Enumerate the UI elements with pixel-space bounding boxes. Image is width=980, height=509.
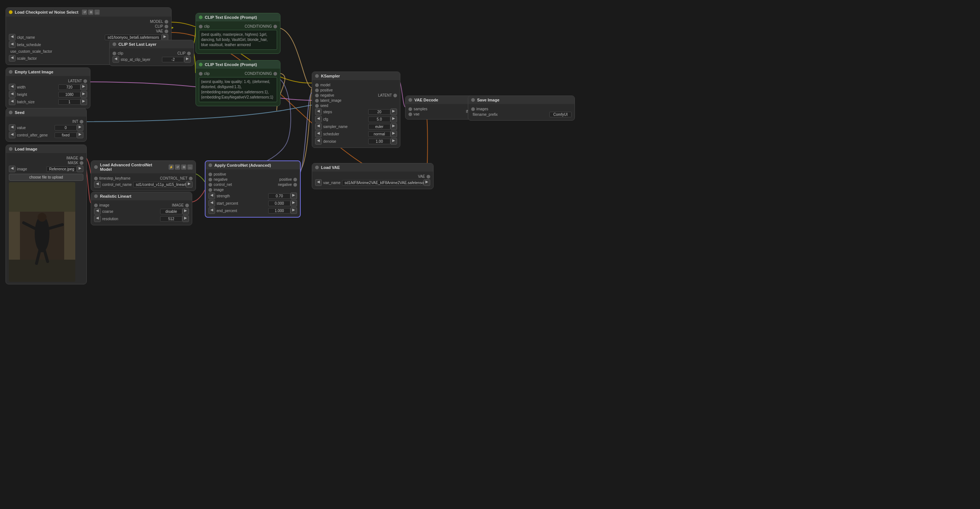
conditioning-neg-out-port[interactable] <box>274 72 277 76</box>
controlnet-icon-3[interactable]: ⚙ <box>181 164 186 170</box>
controlnet-icon-1[interactable]: ⚡ <box>169 164 174 170</box>
sampler-value[interactable]: euler <box>368 124 390 129</box>
start-right-btn[interactable]: ▶ <box>290 200 297 207</box>
width-right-btn[interactable]: ▶ <box>80 84 87 91</box>
images-in-port[interactable] <box>471 107 475 111</box>
cfg-left-btn[interactable]: ◀ <box>315 116 322 122</box>
mask-out-port[interactable] <box>80 161 83 165</box>
control-right-btn[interactable]: ▶ <box>77 132 83 138</box>
cn-name-right-btn[interactable]: ▶ <box>186 181 192 188</box>
negative-prompt-text[interactable]: (worst quality, low quality: 1.4), (defo… <box>199 77 277 102</box>
samples-in-port[interactable] <box>409 107 412 111</box>
control-value[interactable]: fixed <box>55 132 77 138</box>
model-output-port[interactable] <box>165 20 168 24</box>
cn-name-value[interactable]: sd1/control_v11p_sd15_lineart.pth <box>133 182 186 188</box>
lineart-image-out-port[interactable] <box>185 204 189 207</box>
coarse-left-btn[interactable]: ◀ <box>94 208 101 215</box>
ckpt-name-left-btn[interactable]: ◀ <box>9 34 16 41</box>
resolution-right-btn[interactable]: ▶ <box>182 215 189 222</box>
ckpt-name-value[interactable]: sd1/toonyou_beta6.safetensors <box>105 35 162 40</box>
positive-cn-in-port[interactable] <box>208 173 212 176</box>
timestep-in-port[interactable] <box>94 177 98 180</box>
end-left-btn[interactable]: ◀ <box>208 207 215 214</box>
model-in-port[interactable] <box>315 83 319 87</box>
steps-value[interactable]: 20 <box>368 109 390 115</box>
negative-cn-out-port[interactable] <box>293 183 297 187</box>
latent-ksampler-out-port[interactable] <box>393 94 397 97</box>
height-right-btn[interactable]: ▶ <box>80 91 87 98</box>
sampler-right-btn[interactable]: ▶ <box>390 123 397 130</box>
icon-more[interactable]: … <box>94 10 100 15</box>
vae-name-right-btn[interactable]: ▶ <box>423 179 430 186</box>
vae-name-value[interactable]: sd1/klF8Anime2VAE_klF8Anime2VAE.safetens… <box>342 180 423 186</box>
clip-in-port[interactable] <box>113 52 116 55</box>
seed-in-port[interactable] <box>315 104 319 108</box>
denoise-right-btn[interactable]: ▶ <box>390 138 397 145</box>
latent-in-port[interactable] <box>315 99 319 103</box>
scheduler-right-btn[interactable]: ▶ <box>390 130 397 137</box>
cn-name-left-btn[interactable]: ◀ <box>94 181 101 188</box>
positive-prompt-text[interactable]: (best quality, masterpiece, highres) 1gi… <box>199 30 277 50</box>
positive-cn-out-port[interactable] <box>293 178 297 181</box>
int-out-port[interactable] <box>80 120 83 124</box>
lineart-image-in-port[interactable] <box>94 204 98 207</box>
icon-refresh[interactable]: ↺ <box>82 10 87 15</box>
stop-right-btn[interactable]: ▶ <box>184 56 191 63</box>
scheduler-left-btn[interactable]: ◀ <box>315 130 322 137</box>
latent-out-port[interactable] <box>83 79 87 83</box>
denoise-value[interactable]: 1.00 <box>368 139 390 144</box>
image-value[interactable]: Reference.jpeg <box>46 166 77 172</box>
seed-right-btn[interactable]: ▶ <box>77 124 83 131</box>
icon-settings[interactable]: ⚙ <box>88 10 93 15</box>
batch-value[interactable]: 1 <box>58 99 80 105</box>
negative-in-port[interactable] <box>315 94 319 97</box>
negative-cn-in-port[interactable] <box>208 178 212 181</box>
controlnet-icon-2[interactable]: ↺ <box>175 164 180 170</box>
width-value[interactable]: 720 <box>58 84 80 90</box>
clip-output-port[interactable] <box>165 25 168 29</box>
strength-right-btn[interactable]: ▶ <box>290 192 297 199</box>
image-out-port[interactable] <box>80 156 83 160</box>
control-left-btn[interactable]: ◀ <box>9 132 16 138</box>
conditioning-pos-out-port[interactable] <box>274 25 277 29</box>
height-left-btn[interactable]: ◀ <box>9 91 16 98</box>
end-right-btn[interactable]: ▶ <box>290 207 297 214</box>
resolution-left-btn[interactable]: ◀ <box>94 215 101 222</box>
steps-right-btn[interactable]: ▶ <box>390 108 397 115</box>
scheduler-value[interactable]: normal <box>368 131 390 137</box>
steps-left-btn[interactable]: ◀ <box>315 108 322 115</box>
vae-name-left-btn[interactable]: ◀ <box>315 179 322 186</box>
choose-file-button[interactable]: choose file to upload <box>9 174 83 181</box>
batch-left-btn[interactable]: ◀ <box>9 99 16 105</box>
height-value[interactable]: 1080 <box>58 92 80 97</box>
coarse-value[interactable]: disable <box>160 209 182 214</box>
clip-neg-in-port[interactable] <box>199 72 202 76</box>
controlnet-icon-4[interactable]: … <box>188 164 192 170</box>
start-left-btn[interactable]: ◀ <box>208 200 215 207</box>
denoise-left-btn[interactable]: ◀ <box>315 138 322 145</box>
beta-left-btn[interactable]: ◀ <box>9 41 16 48</box>
clip-pos-in-port[interactable] <box>199 25 202 29</box>
start-value[interactable]: 0.000 <box>268 200 290 206</box>
image-right-btn[interactable]: ▶ <box>77 165 83 172</box>
seed-value[interactable]: 0 <box>55 125 77 130</box>
cfg-right-btn[interactable]: ▶ <box>390 116 397 122</box>
end-value[interactable]: 1.000 <box>268 208 290 213</box>
stop-value[interactable]: -2 <box>162 57 184 62</box>
control-net-cn-in-port[interactable] <box>208 183 212 187</box>
image-cn-in-port[interactable] <box>208 188 212 192</box>
vae-in-port[interactable] <box>409 113 412 116</box>
vae-load-out-port[interactable] <box>426 175 430 178</box>
seed-left-btn[interactable]: ◀ <box>9 124 16 131</box>
clip-out-port[interactable] <box>187 52 191 55</box>
cfg-value[interactable]: 5.0 <box>368 116 390 122</box>
positive-in-port[interactable] <box>315 89 319 92</box>
strength-value[interactable]: 0.70 <box>268 193 290 199</box>
coarse-right-btn[interactable]: ▶ <box>182 208 189 215</box>
scale-left-btn[interactable]: ◀ <box>9 55 16 62</box>
strength-left-btn[interactable]: ◀ <box>208 192 215 199</box>
resolution-value[interactable]: 512 <box>160 216 182 222</box>
vae-output-port[interactable] <box>165 30 168 33</box>
image-left-btn[interactable]: ◀ <box>9 165 16 172</box>
sampler-left-btn[interactable]: ◀ <box>315 123 322 130</box>
